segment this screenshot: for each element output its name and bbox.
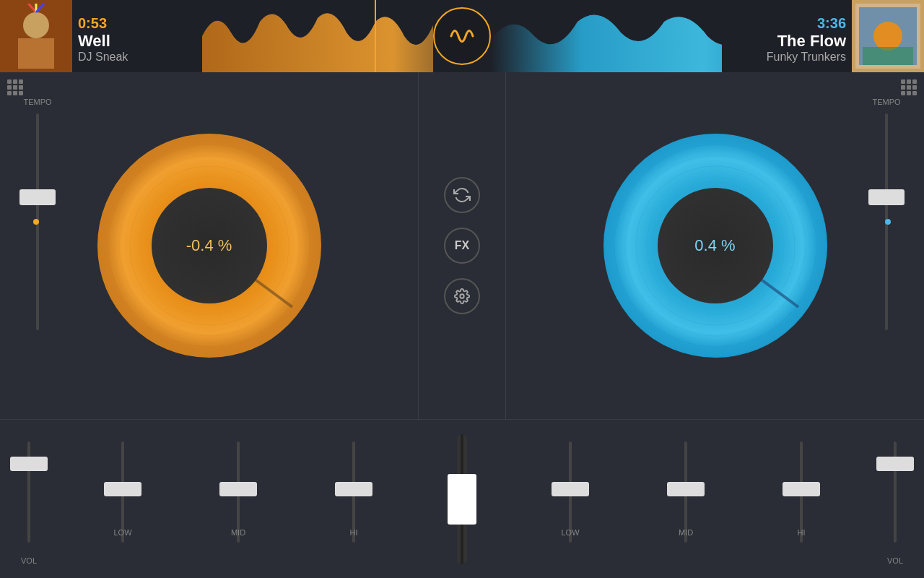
right-artist: Funky Trunkers	[767, 51, 846, 64]
left-deck-info: 0:53 Well DJ Sneak	[72, 9, 202, 64]
right-vol-thumb[interactable]	[876, 457, 914, 471]
left-deck-panel: TEMPO -0.4 %	[0, 72, 419, 419]
right-vol-track[interactable]	[894, 441, 897, 543]
right-low-thumb[interactable]	[552, 482, 589, 496]
right-deck-panel: 0.4 % TEMPO	[505, 72, 924, 419]
vertical-crossfader[interactable]	[457, 434, 467, 564]
right-tempo-thumb[interactable]	[868, 189, 905, 205]
svg-rect-2	[18, 38, 54, 69]
mixer: VOL LOW MID HI	[0, 419, 924, 578]
left-vol-track[interactable]	[27, 441, 30, 543]
right-title: The Flow	[777, 32, 846, 51]
left-artist: DJ Sneak	[78, 51, 202, 64]
left-tempo-label: TEMPO	[23, 98, 51, 106]
right-waveform[interactable]	[491, 0, 722, 72]
center-panel: FX	[419, 72, 505, 419]
svg-point-1	[23, 12, 49, 38]
center-logo[interactable]	[433, 7, 491, 65]
left-low-label: LOW	[113, 528, 131, 537]
crossfader-thumb[interactable]	[448, 474, 476, 525]
main-decks: TEMPO -0.4 %	[0, 72, 924, 419]
svg-rect-12	[863, 47, 913, 65]
left-hi-thumb[interactable]	[335, 482, 372, 496]
left-turntable[interactable]: -0.4 %	[97, 134, 321, 358]
left-album-art[interactable]	[0, 0, 72, 72]
right-tempo-slider: TEMPO	[858, 72, 915, 419]
sync-button[interactable]	[444, 177, 480, 213]
fx-button[interactable]: FX	[444, 228, 480, 264]
right-low-slider: LOW	[569, 427, 572, 543]
right-turntable[interactable]: 0.4 %	[603, 134, 827, 358]
mixer-right: VOL LOW MID HI	[505, 420, 924, 578]
right-vol-label: VOL	[887, 556, 903, 565]
right-turntable-center: 0.4 %	[658, 188, 773, 303]
left-waveform[interactable]	[202, 0, 433, 72]
right-mid-slider: MID	[684, 427, 687, 543]
left-mid-track[interactable]	[237, 441, 240, 543]
left-low-track[interactable]	[121, 441, 124, 543]
left-mid-label: MID	[231, 528, 245, 537]
left-turntable-center: -0.4 %	[152, 188, 267, 303]
left-hi-slider: HI	[352, 427, 355, 543]
right-hi-thumb[interactable]	[783, 482, 820, 496]
right-hi-track[interactable]	[800, 441, 803, 543]
svg-point-19	[460, 294, 464, 298]
left-tempo-track[interactable]	[36, 113, 39, 330]
right-mid-label: MID	[679, 528, 693, 537]
left-tempo-slider: TEMPO	[9, 72, 66, 419]
right-eq-sliders: LOW MID HI	[505, 427, 866, 543]
mixer-center	[419, 420, 505, 578]
left-tempo-percent: -0.4 %	[186, 236, 232, 255]
mixer-left: VOL LOW MID HI	[0, 420, 419, 578]
left-tempo-thumb[interactable]	[19, 189, 56, 205]
right-tempo-label: TEMPO	[872, 98, 900, 106]
right-tempo-dot	[885, 219, 891, 225]
right-low-track[interactable]	[569, 441, 572, 543]
right-mid-thumb[interactable]	[667, 482, 705, 496]
left-title: Well	[78, 32, 202, 51]
left-hi-label: HI	[350, 528, 358, 537]
left-low-slider: LOW	[121, 427, 124, 543]
right-tempo-track[interactable]	[885, 113, 888, 330]
right-deck-info: 3:36 The Flow Funky Trunkers	[722, 9, 852, 64]
header: 0:53 Well DJ Sneak	[0, 0, 924, 72]
left-vol-label: VOL	[21, 556, 37, 565]
right-time: 3:36	[817, 15, 846, 32]
svg-point-11	[873, 22, 902, 51]
settings-button[interactable]	[444, 278, 480, 314]
left-hi-track[interactable]	[352, 441, 355, 543]
right-hi-label: HI	[798, 528, 806, 537]
left-low-thumb[interactable]	[104, 482, 141, 496]
left-mid-slider: MID	[237, 427, 240, 543]
left-vol-thumb[interactable]	[10, 457, 48, 471]
right-tempo-percent: 0.4 %	[694, 236, 735, 255]
right-hi-slider: HI	[800, 427, 803, 543]
right-album-art[interactable]	[852, 0, 924, 72]
left-time: 0:53	[78, 15, 202, 32]
left-vol-slider: VOL	[0, 427, 58, 571]
right-vol-slider: VOL	[866, 427, 924, 571]
left-tempo-dot	[33, 219, 39, 225]
left-eq-sliders: LOW MID HI	[58, 427, 419, 543]
left-mid-thumb[interactable]	[219, 482, 257, 496]
right-mid-track[interactable]	[684, 441, 687, 543]
right-low-label: LOW	[561, 528, 579, 537]
